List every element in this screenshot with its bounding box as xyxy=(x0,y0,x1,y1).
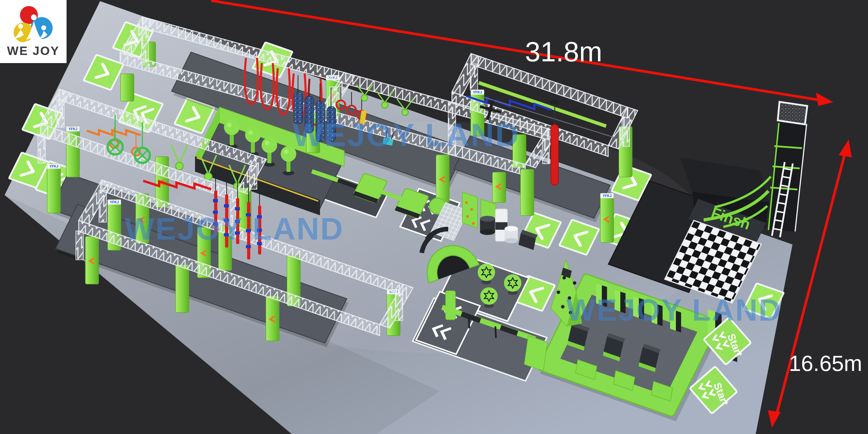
watermark-text: WEJOY LAND xyxy=(125,211,344,246)
pillar-tag: YFKJ xyxy=(69,127,78,131)
brand-logo: WE JOY xyxy=(0,0,66,63)
watermark-text: WEJOY LAND xyxy=(566,293,782,327)
pillar-tag: YFKJ xyxy=(110,200,119,204)
pillar-tag: YFKJ xyxy=(603,194,612,198)
truss-post xyxy=(57,99,64,127)
hanging-red-bag xyxy=(551,124,558,185)
width-dimension-label: 31.8m xyxy=(525,36,602,67)
course-3d-render: Finsh YFKJ xyxy=(0,0,868,434)
truss-post xyxy=(249,166,257,189)
truss-post xyxy=(395,294,403,320)
depth-dimension-label: 16.65m xyxy=(789,351,862,376)
truss-post xyxy=(99,190,106,222)
pillar-tag: YFKJ xyxy=(473,90,482,94)
truss-post xyxy=(142,27,148,62)
truss-post xyxy=(76,231,83,260)
truss-post xyxy=(38,134,45,163)
truss-post xyxy=(470,64,478,90)
truss-post xyxy=(622,118,629,146)
logo-wordmark: WE JOY xyxy=(7,44,59,58)
ninja-course-render-page: Finsh YFKJ xyxy=(0,0,868,434)
truss-post xyxy=(542,139,550,164)
watermark-text: WEJOY LAND xyxy=(293,117,520,153)
tower-top-pad xyxy=(778,102,807,124)
pillar-tag: YFKJ xyxy=(50,164,58,168)
